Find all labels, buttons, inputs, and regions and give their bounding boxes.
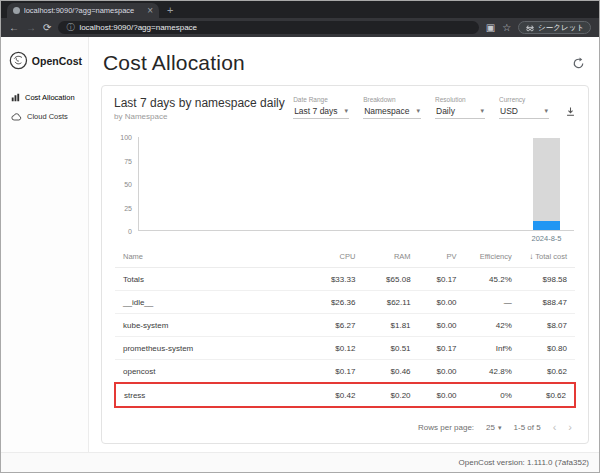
report-card: Last 7 days by namespace daily by Namesp… [101,85,589,444]
tab-close-icon[interactable]: × [147,6,153,16]
main-content: Cost Allocation Last 7 days by namespace… [89,37,599,472]
report-subtitle: by Namespace [114,112,285,121]
bar-segment-idle [533,138,560,220]
report-titles: Last 7 days by namespace daily by Namesp… [114,96,285,121]
brand: OpenCost [9,51,82,70]
table-header-row: Name CPU RAM PV Efficiency ↓Total cost [115,247,575,268]
prev-page-icon[interactable]: ‹ [553,422,557,433]
date-range-select[interactable]: Date Range Last 7 days▾ [293,96,349,119]
resolution-value: Daily [436,106,455,116]
cell-cpu: $33.33 [308,268,363,291]
page-title: Cost Allocation [103,51,245,75]
report-controls: Date Range Last 7 days▾ Breakdown Namesp… [293,96,576,119]
chart-plot-area: 2024-8-5 [138,137,574,231]
cell-pv: $0.00 [419,291,465,314]
currency-label: Currency [499,96,549,103]
download-icon[interactable] [565,106,576,117]
sidebar: OpenCost Cost Allocation Cloud Costs [1,37,89,472]
browser-tab-bar: localhost:9090/?agg=namespace × + [1,1,599,18]
cell-efficiency: 45.2% [465,268,520,291]
column-header-total-cost[interactable]: ↓Total cost [520,247,575,268]
breakdown-value: Namespace [364,106,409,116]
table-row: opencost $0.17 $0.46 $0.00 42.8% $0.62 [115,360,575,384]
cell-pv: $0.17 [419,268,465,291]
cell-total: $0.62 [520,383,575,407]
browser-window: localhost:9090/?agg=namespace × + ← → ⟳ … [0,0,600,473]
cell-ram: $65.08 [363,268,418,291]
y-tick: 75 [124,157,132,164]
report-title: Last 7 days by namespace daily [114,96,285,110]
breakdown-select[interactable]: Breakdown Namespace▾ [363,96,421,119]
y-tick: 25 [124,204,132,211]
main-header: Cost Allocation [101,43,589,85]
rows-per-page-select[interactable]: 25 ▾ [486,423,501,432]
bar-segment-allocated [533,221,560,230]
sidebar-item-cost-allocation[interactable]: Cost Allocation [9,88,82,107]
cost-chart: 100 75 50 25 0 2024-8-5 [114,137,574,231]
table-row: __idle__ $26.36 $62.11 $0.00 — $88.47 [115,291,575,314]
cell-ram: $0.46 [363,360,418,384]
currency-value: USD [500,106,518,116]
chevron-down-icon: ▾ [345,107,349,115]
cloud-icon [11,113,22,121]
cell-cpu: $0.42 [308,383,363,407]
bookmark-star-icon[interactable]: ☆ [502,23,511,33]
cell-ram: $0.51 [363,337,418,360]
chart-y-axis: 100 75 50 25 0 [114,137,138,231]
reload-icon[interactable]: ⟳ [43,23,51,33]
cell-total: $0.80 [520,337,575,360]
forward-icon[interactable]: → [26,23,36,33]
report-header: Last 7 days by namespace daily by Namesp… [114,96,576,121]
address-bar[interactable]: ⓘ localhost:9090/?agg=namespace [58,21,478,34]
sidebar-item-label: Cloud Costs [27,112,68,121]
x-axis-label: 2024-8-5 [524,234,569,243]
sort-desc-icon: ↓ [529,252,533,261]
cell-pv: $0.00 [419,314,465,337]
cell-efficiency: Inf% [465,337,520,360]
cell-efficiency: 42% [465,314,520,337]
y-tick: 0 [128,228,132,235]
cell-name: __idle__ [115,291,308,314]
version-text: OpenCost version: 1.111.0 (7afa352) [459,458,589,467]
column-header-name[interactable]: Name [115,247,308,268]
cell-pv: $0.17 [419,337,465,360]
table-row: prometheus-system $0.12 $0.51 $0.17 Inf%… [115,337,575,360]
side-panel-icon[interactable]: ▣ [486,23,495,33]
chevron-down-icon: ▾ [480,107,484,115]
currency-select[interactable]: Currency USD▾ [499,96,549,119]
refresh-icon[interactable] [572,57,585,70]
cell-ram: $0.20 [363,383,418,407]
date-range-value: Last 7 days [294,106,337,116]
cell-name: opencost [115,360,308,384]
new-tab-button[interactable]: + [167,5,173,16]
chart-bar[interactable] [533,137,560,230]
chevron-down-icon: ▾ [544,107,548,115]
resolution-select[interactable]: Resolution Daily▾ [435,96,485,119]
next-page-icon[interactable]: › [568,422,572,433]
browser-tab[interactable]: localhost:9090/?agg=namespace × [7,3,159,18]
opencost-page: OpenCost Cost Allocation Cloud Costs Cos… [1,37,599,472]
cell-ram: $62.11 [363,291,418,314]
column-header-cpu[interactable]: CPU [308,247,363,268]
cell-cpu: $0.12 [308,337,363,360]
cell-efficiency: — [465,291,520,314]
cell-pv: $0.00 [419,360,465,384]
sidebar-item-label: Cost Allocation [25,93,75,102]
site-info-icon[interactable]: ⓘ [66,24,74,32]
cell-name: prometheus-system [115,337,308,360]
column-header-ram[interactable]: RAM [363,247,418,268]
incognito-label: シークレット [538,23,584,33]
cell-pv: $0.00 [419,383,465,407]
y-tick: 50 [124,181,132,188]
pagination-range: 1-5 of 5 [514,423,541,432]
cell-total: $98.58 [520,268,575,291]
column-header-efficiency[interactable]: Efficiency [465,247,520,268]
resolution-label: Resolution [435,96,485,103]
table-row-highlighted: stress $0.42 $0.20 $0.00 0% $0.62 [115,383,575,407]
sidebar-item-cloud-costs[interactable]: Cloud Costs [9,107,82,126]
rows-per-page-label: Rows per page: [418,423,474,432]
brand-name: OpenCost [32,55,82,67]
back-icon[interactable]: ← [9,23,19,33]
cell-cpu: $0.17 [308,360,363,384]
column-header-pv[interactable]: PV [419,247,465,268]
